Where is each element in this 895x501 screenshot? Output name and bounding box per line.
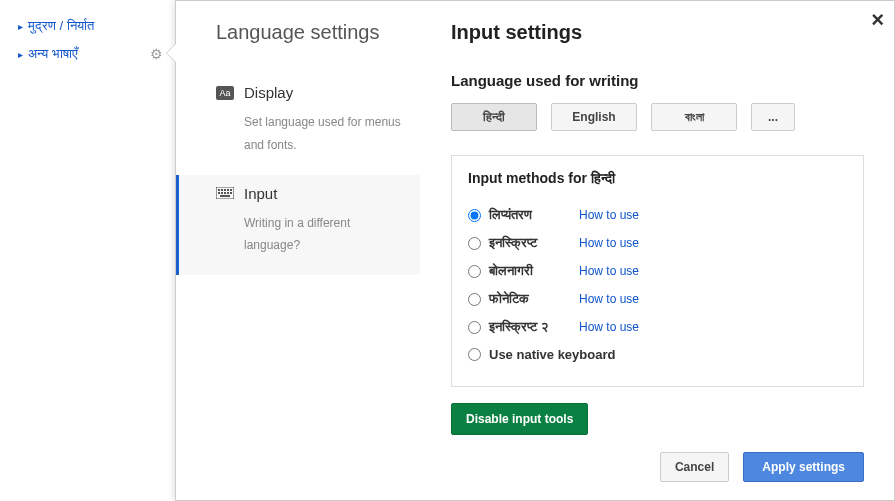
method-radio-inscript[interactable]	[468, 237, 481, 250]
how-to-use-link[interactable]: How to use	[579, 264, 639, 278]
nav-desc: Writing in a different language?	[216, 212, 405, 258]
footer-buttons: Cancel Apply settings	[660, 452, 864, 482]
arrow-right-icon: ▸	[18, 21, 23, 32]
method-row: फोनेटिक How to use	[468, 285, 847, 313]
method-label: Use native keyboard	[489, 347, 615, 362]
sidebar-link-label: अन्य भाषाएँ	[28, 46, 78, 62]
svg-rect-2	[221, 189, 223, 191]
method-label: फोनेटिक	[489, 291, 565, 307]
svg-rect-10	[230, 192, 232, 194]
method-row: बोलनागरी How to use	[468, 257, 847, 285]
lang-btn-hindi[interactable]: हिन्दी	[451, 103, 537, 131]
svg-rect-4	[227, 189, 229, 191]
gear-icon[interactable]: ⚙	[150, 46, 163, 62]
method-radio-phonetic[interactable]	[468, 293, 481, 306]
keyboard-icon	[216, 186, 234, 200]
nav-label: Input	[244, 185, 277, 202]
methods-title: Input methods for हिन्दी	[468, 170, 847, 187]
method-label: इनस्क्रिप्ट	[489, 235, 565, 251]
how-to-use-link[interactable]: How to use	[579, 292, 639, 306]
method-label: इनस्क्रिप्ट २	[489, 319, 565, 335]
display-icon: Aa	[216, 86, 234, 100]
method-radio-native[interactable]	[468, 348, 481, 361]
disable-input-tools-button[interactable]: Disable input tools	[451, 403, 588, 435]
svg-rect-8	[224, 192, 226, 194]
nav-item-input[interactable]: Input Writing in a different language?	[176, 175, 420, 276]
settings-nav: Language settings Aa Display Set languag…	[176, 1, 421, 500]
content-title: Input settings	[451, 21, 864, 44]
how-to-use-link[interactable]: How to use	[579, 320, 639, 334]
how-to-use-link[interactable]: How to use	[579, 236, 639, 250]
arrow-right-icon: ▸	[18, 49, 23, 60]
nav-label: Display	[244, 84, 293, 101]
svg-rect-3	[224, 189, 226, 191]
left-sidebar: ▸ मुद्रण / निर्यात ▸ अन्य भाषाएँ ⚙	[0, 0, 175, 68]
method-row: लिप्यंतरण How to use	[468, 201, 847, 229]
lang-section-title: Language used for writing	[451, 72, 864, 89]
content-area: Input settings Language used for writing…	[421, 1, 894, 500]
method-row: इनस्क्रिप्ट २ How to use	[468, 313, 847, 341]
lang-btn-english[interactable]: English	[551, 103, 637, 131]
nav-item-display[interactable]: Aa Display Set language used for menus a…	[216, 74, 420, 175]
apply-settings-button[interactable]: Apply settings	[743, 452, 864, 482]
settings-panel: × Language settings Aa Display Set langu…	[175, 0, 895, 501]
method-radio-bolnagri[interactable]	[468, 265, 481, 278]
language-selector: हिन्दी English বাংলা ...	[451, 103, 864, 131]
svg-rect-7	[221, 192, 223, 194]
svg-rect-1	[218, 189, 220, 191]
nav-desc: Set language used for menus and fonts.	[216, 111, 405, 157]
lang-btn-more[interactable]: ...	[751, 103, 795, 131]
sidebar-link-label: मुद्रण / निर्यात	[28, 18, 94, 34]
panel-title: Language settings	[216, 21, 420, 44]
input-methods-box: Input methods for हिन्दी लिप्यंतरण How t…	[451, 155, 864, 387]
cancel-button[interactable]: Cancel	[660, 452, 729, 482]
how-to-use-link[interactable]: How to use	[579, 208, 639, 222]
method-label: लिप्यंतरण	[489, 207, 565, 223]
sidebar-link-print[interactable]: ▸ मुद्रण / निर्यात	[0, 12, 175, 40]
method-radio-transliteration[interactable]	[468, 209, 481, 222]
method-radio-inscript2[interactable]	[468, 321, 481, 334]
svg-rect-6	[218, 192, 220, 194]
method-row: Use native keyboard	[468, 341, 847, 368]
method-row: इनस्क्रिप्ट How to use	[468, 229, 847, 257]
lang-btn-bangla[interactable]: বাংলা	[651, 103, 737, 131]
method-label: बोलनागरी	[489, 263, 565, 279]
svg-rect-9	[227, 192, 229, 194]
svg-rect-5	[230, 189, 232, 191]
svg-rect-11	[220, 195, 230, 197]
sidebar-link-languages[interactable]: ▸ अन्य भाषाएँ	[0, 40, 88, 68]
